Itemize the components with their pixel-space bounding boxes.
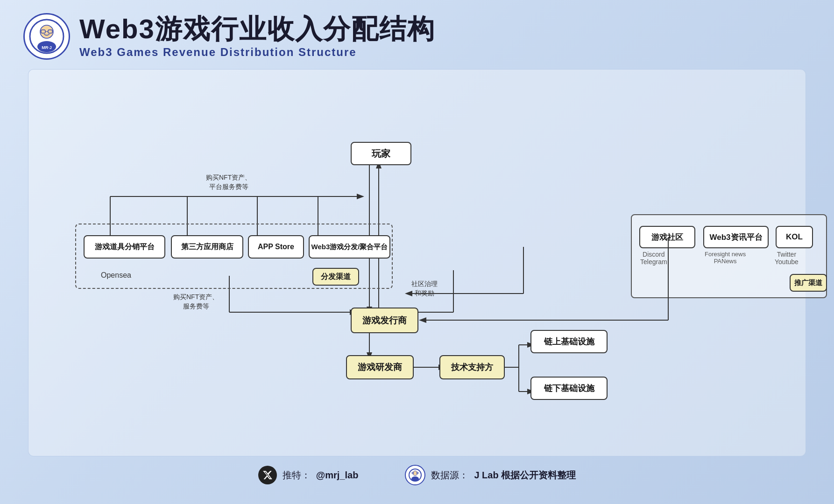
tool-platform-node: 游戏道具分销平台 bbox=[84, 235, 165, 259]
title-en: Web3 Games Revenue Distribution Structur… bbox=[79, 46, 435, 59]
svg-text:MR·J: MR·J bbox=[42, 45, 52, 50]
label-buy-nft-bottom: 购买NFT资产、服务费等 bbox=[173, 293, 219, 311]
label-buy-nft-top: 购买NFT资产、平台服务费等 bbox=[206, 173, 251, 191]
offchain-node: 链下基础设施 bbox=[530, 377, 608, 400]
data-source-label: 数据源： bbox=[431, 469, 468, 482]
footer-datasource: 数据源： J Lab 根据公开资料整理 bbox=[405, 465, 576, 485]
publisher-node: 游戏发行商 bbox=[351, 308, 418, 333]
header: MR·J Web3游戏行业收入分配结构 Web3 Games Revenue D… bbox=[0, 0, 834, 64]
twitter-icon bbox=[258, 466, 277, 484]
twitter-label: 推特： bbox=[283, 469, 311, 482]
onchain-node: 链上基础设施 bbox=[530, 330, 608, 353]
third-party-store-node: 第三方应用商店 bbox=[171, 235, 243, 259]
kol-node: KOL bbox=[776, 226, 813, 248]
twitter-handle: @mrj_lab bbox=[316, 470, 359, 481]
player-node: 玩家 bbox=[351, 142, 411, 165]
web3-news-node: Web3资讯平台 bbox=[703, 226, 769, 248]
title-cn: Web3游戏行业收入分配结构 bbox=[79, 14, 435, 44]
developer-node: 游戏研发商 bbox=[346, 355, 414, 379]
footer: 推特： @mrj_lab 数据源： J Lab 根据公开资料整理 bbox=[0, 461, 834, 485]
web3-platform-node: Web3游戏分发/聚合平台 bbox=[309, 235, 390, 259]
app-store-node: APP Store bbox=[248, 235, 304, 259]
diagram-container: 玩家 游戏道具分销平台 第三方应用商店 APP Store Web3游戏分发/聚… bbox=[28, 69, 806, 456]
logo: MR·J bbox=[23, 13, 70, 60]
svg-point-34 bbox=[411, 476, 419, 481]
tech-support-node: 技术支持方 bbox=[439, 355, 505, 379]
promo-channel-label: 推广渠道 bbox=[790, 274, 827, 292]
game-community-node: 游戏社区 bbox=[639, 226, 695, 248]
jlab-icon bbox=[405, 465, 425, 485]
distribution-channel-label: 分发渠道 bbox=[312, 268, 359, 286]
kol-sub: TwitterYoutube bbox=[775, 251, 799, 266]
footer-twitter: 推特： @mrj_lab bbox=[258, 466, 359, 484]
news-sub: Foresight newsPANews bbox=[705, 251, 746, 265]
header-text: Web3游戏行业收入分配结构 Web3 Games Revenue Distri… bbox=[79, 14, 435, 59]
community-sub: DiscordTelegram bbox=[640, 251, 667, 266]
data-source-text: J Lab 根据公开资料整理 bbox=[474, 469, 576, 482]
label-community-governance: 社区治理和奖励 bbox=[411, 280, 438, 298]
opensea-label: Opensea bbox=[101, 271, 131, 280]
